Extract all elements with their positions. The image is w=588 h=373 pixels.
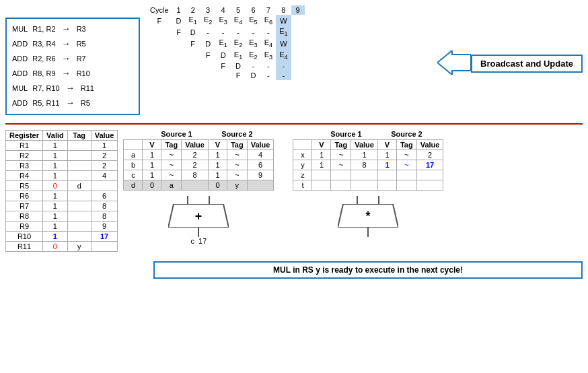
reg-row-r11: R11 0 y <box>6 241 118 251</box>
pipeline-row-2: F D E1 E2 E3 E4 W <box>147 38 305 49</box>
rs-add-v1-header: V <box>143 139 161 149</box>
pipe-cell: D <box>200 38 215 49</box>
rs-v2 <box>377 180 396 190</box>
rs-v2: 1 <box>377 149 396 160</box>
rs-add-source-headers: Source 1 Source 2 <box>146 130 267 138</box>
pipe-cell: F <box>186 38 200 49</box>
pipeline-row-4: F D - - - <box>147 61 305 71</box>
rs-add-row-b: b 1 ~ 2 1 ~ 6 <box>124 160 274 170</box>
pipeline-row-0: F D E1 E2 E3 E4 E5 E6 W <box>147 15 305 26</box>
alu-mul-svg: * <box>338 204 398 228</box>
rs-add-row-c: c 1 ~ 8 1 ~ 9 <box>124 170 274 180</box>
reg-header-tag: Tag <box>67 130 91 140</box>
cycle-6: 6 <box>246 5 260 15</box>
instr-src1-5: R5, R11 <box>32 97 59 110</box>
rs-t1: ~ <box>331 149 351 160</box>
pipe-cell <box>200 71 215 80</box>
reg-valid: 0 <box>43 241 68 251</box>
rs-val2: 6 <box>247 160 274 170</box>
reg-header-reg: Register <box>6 130 43 140</box>
pipe-cell: - <box>246 61 260 71</box>
alu-mul-shape: * <box>338 196 398 237</box>
rs-add-table: V Tag Value V Tag Value a 1 ~ 2 1 <box>123 139 274 191</box>
reg-row-r3: R3 1 2 <box>6 160 118 170</box>
pipeline-row-5: F D - - <box>147 71 305 80</box>
cycle-8: 8 <box>276 5 291 15</box>
reg-valid: 1 <box>43 191 68 201</box>
pipe-cell: F <box>147 15 172 26</box>
rs-t1: ~ <box>161 170 182 180</box>
cycle-label: Cycle <box>147 5 172 15</box>
pipe-cell: - <box>261 26 276 38</box>
reg-name: R5 <box>6 180 43 191</box>
rs-add-v2-header: V <box>208 139 227 149</box>
pipe-cell: E1 <box>186 15 200 26</box>
rs-mul-row-label-header <box>293 139 312 149</box>
reg-row-r5: R5 0 d <box>6 180 118 191</box>
reg-header-valid: Valid <box>43 130 68 140</box>
pipeline-table-wrap: Cycle 1 2 3 4 5 6 7 8 9 F D <box>147 5 424 115</box>
instr-op-2: ADD <box>12 53 28 65</box>
pipe-cell: - <box>261 71 276 80</box>
reg-value: 6 <box>91 191 118 201</box>
rs-t1 <box>331 170 351 180</box>
reg-value: 8 <box>91 211 118 221</box>
cycle-5: 5 <box>231 5 246 15</box>
rs-mul-t2-header: Tag <box>396 139 416 149</box>
rs-v2 <box>377 170 396 180</box>
rs-add-val2-header: Value <box>247 139 274 149</box>
pipe-cell: - <box>215 26 230 38</box>
rs-add-t1-header: Tag <box>161 139 182 149</box>
reg-valid: 1 <box>43 160 68 170</box>
rs-mul-val1-header: Value <box>351 139 378 149</box>
instr-arrow-3: → <box>62 66 71 81</box>
reg-tag: d <box>67 180 91 191</box>
svg-marker-0 <box>437 50 471 75</box>
pipe-cell: E2 <box>246 50 260 61</box>
reg-name: R8 <box>6 211 43 221</box>
pipe-cell <box>172 50 186 61</box>
pipe-cell <box>172 61 186 71</box>
pipe-cell: D <box>172 15 186 26</box>
pipe-cell: F <box>200 50 215 61</box>
rs-val2: 17 <box>416 160 443 170</box>
pipe-cell: E3 <box>215 15 230 26</box>
pipe-cell <box>186 71 200 80</box>
message-area: MUL in RS y is ready to execute in the n… <box>153 257 583 279</box>
reg-row-r2: R2 1 2 <box>6 150 118 160</box>
rs-val1: 8 <box>351 160 378 170</box>
instr-op-3: ADD <box>12 67 28 80</box>
reg-name: R9 <box>6 221 43 231</box>
instructions-box: MUL R1, R2 → R3 ADD R3, R4 → R5 ADD R2, … <box>5 18 140 115</box>
rs-v2: 1 <box>208 149 227 160</box>
reg-tag <box>67 160 91 170</box>
reg-value: 17 <box>91 231 118 241</box>
pipe-cell <box>172 71 186 80</box>
reg-name: R2 <box>6 150 43 160</box>
rs-mul-section: Source 1 Source 2 V Tag Value V Tag Valu… <box>293 130 443 252</box>
rs-mul-row-x: x 1 ~ 1 1 ~ 2 <box>293 149 443 160</box>
rs-t1 <box>331 180 351 190</box>
rs-val1 <box>351 180 378 190</box>
instr-src1-2: R2, R6 <box>32 53 55 65</box>
rs-val2 <box>416 180 443 190</box>
rs-row-label: y <box>293 160 312 170</box>
pipe-cell <box>147 61 172 71</box>
pipe-cell: D <box>246 71 260 80</box>
pipe-cell: E2 <box>200 15 215 26</box>
rs-add-source1-header: Source 1 <box>146 130 207 138</box>
rs-row-label: c <box>124 170 143 180</box>
pipe-cell: E3 <box>246 38 260 49</box>
reg-name: R3 <box>6 160 43 170</box>
alu-add-svg: + <box>168 204 229 228</box>
pipe-cell: - <box>276 61 291 71</box>
reg-valid: 1 <box>43 201 68 211</box>
pipe-cell <box>172 38 186 49</box>
instr-dest-5: R5 <box>81 97 90 110</box>
reg-name: R10 <box>6 231 43 241</box>
reg-name: R6 <box>6 191 43 201</box>
rs-v1: 1 <box>312 149 331 160</box>
pipe-cell: D <box>186 26 200 38</box>
rs-mul-row-z: z <box>293 170 443 180</box>
cycle-3: 3 <box>200 5 215 15</box>
